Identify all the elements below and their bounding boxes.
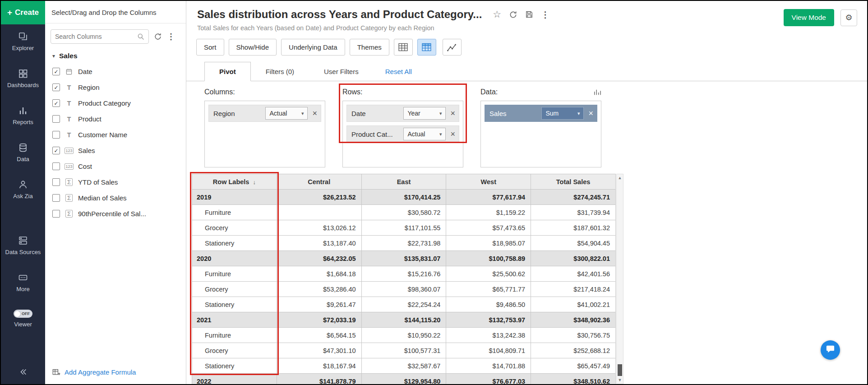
- row-label[interactable]: Furniture: [192, 266, 277, 282]
- cell-value[interactable]: $170,414.25: [361, 190, 446, 205]
- cell-value[interactable]: $104,809.71: [446, 343, 531, 358]
- field-item-cost[interactable]: 123Cost: [45, 158, 186, 174]
- rows-shelf-box[interactable]: DateYear▾×Product Cat...Actual▾×: [342, 101, 463, 167]
- sort-desc-icon[interactable]: ↓: [253, 179, 256, 186]
- field-item-product[interactable]: TProduct: [45, 111, 186, 127]
- checkbox[interactable]: [52, 194, 60, 202]
- chip-function-select[interactable]: Actual▾: [403, 128, 446, 140]
- row-label[interactable]: 2021: [192, 312, 277, 328]
- cell-value[interactable]: $117,101.55: [361, 220, 446, 236]
- cell-value[interactable]: $252,688.12: [531, 343, 616, 358]
- tab-pivot[interactable]: Pivot: [204, 62, 251, 81]
- row-label[interactable]: Stationery: [192, 358, 277, 374]
- cell-value[interactable]: $9,261.47: [277, 297, 361, 312]
- table-section-sales[interactable]: ▾ Sales: [45, 46, 186, 64]
- sidebar-collapse-button[interactable]: [1, 367, 45, 384]
- show-hide-button[interactable]: Show/Hide: [229, 39, 277, 56]
- chip-product-cat[interactable]: Product Cat...Actual▾×: [346, 125, 459, 143]
- cell-value[interactable]: $1,159.22: [446, 205, 531, 220]
- column-header-east[interactable]: East: [361, 174, 446, 190]
- cell-value[interactable]: $22,254.24: [361, 297, 446, 312]
- cell-value[interactable]: $57,473.65: [446, 220, 531, 236]
- cell-value[interactable]: $18,985.07: [446, 236, 531, 251]
- cell-value[interactable]: $42,401.56: [531, 266, 616, 282]
- cell-value[interactable]: $13,026.12: [277, 220, 361, 236]
- row-label[interactable]: 2022: [192, 374, 277, 385]
- cell-value[interactable]: $300,822.01: [531, 251, 616, 266]
- column-header-west[interactable]: West: [446, 174, 531, 190]
- row-label[interactable]: Stationery: [192, 236, 277, 251]
- sidebar-item-dashboards[interactable]: Dashboards: [1, 69, 45, 88]
- favorite-star-icon[interactable]: ☆: [493, 9, 501, 20]
- field-item-product-category[interactable]: ✓TProduct Category: [45, 95, 186, 111]
- tab-user-filters[interactable]: User Filters: [309, 62, 374, 81]
- cell-value[interactable]: $9,486.50: [446, 297, 531, 312]
- row-label[interactable]: Furniture: [192, 205, 277, 220]
- reset-all-link[interactable]: Reset All: [385, 62, 412, 81]
- checkbox[interactable]: ✓: [52, 83, 60, 91]
- cell-value[interactable]: $26,213.52: [277, 190, 361, 205]
- cell-value[interactable]: $217,418.24: [531, 282, 616, 297]
- field-item-region[interactable]: ✓TRegion: [45, 79, 186, 95]
- underlying-data-button[interactable]: Underlying Data: [281, 39, 345, 56]
- field-item-customer-name[interactable]: TCustomer Name: [45, 127, 186, 143]
- refresh-columns-icon[interactable]: [154, 32, 162, 41]
- cell-value[interactable]: $141,878.79: [277, 374, 361, 385]
- cell-value[interactable]: $41,002.21: [531, 297, 616, 312]
- cell-value[interactable]: $25,500.62: [446, 266, 531, 282]
- table-view-button[interactable]: [394, 39, 413, 56]
- checkbox[interactable]: [52, 131, 60, 139]
- cell-value[interactable]: $22,731.98: [361, 236, 446, 251]
- cell-value[interactable]: $348,510.62: [531, 374, 616, 385]
- chip-region[interactable]: RegionActual▾×: [208, 105, 321, 122]
- cell-value[interactable]: $18,167.94: [277, 358, 361, 374]
- remove-icon[interactable]: ×: [588, 109, 593, 117]
- checkbox[interactable]: ✓: [52, 68, 60, 75]
- cell-value[interactable]: $13,187.40: [277, 236, 361, 251]
- cell-value[interactable]: $129,954.80: [361, 374, 446, 385]
- scrollbar-thumb[interactable]: [618, 364, 622, 376]
- checkbox[interactable]: [52, 210, 60, 218]
- sidebar-item-viewer[interactable]: OFFViewer: [1, 310, 45, 328]
- sidebar-item-data[interactable]: Data: [1, 143, 45, 162]
- scroll-down-icon[interactable]: ▼: [618, 376, 622, 384]
- settings-button[interactable]: ⚙: [840, 9, 857, 26]
- cell-value[interactable]: $77,617.94: [446, 190, 531, 205]
- columns-shelf-box[interactable]: RegionActual▾×: [204, 101, 325, 167]
- cell-value[interactable]: $132,753.97: [446, 312, 531, 328]
- sidebar-item-data-sources[interactable]: Data Sources: [1, 236, 45, 255]
- checkbox[interactable]: [52, 115, 60, 123]
- row-label[interactable]: 2020: [192, 251, 277, 266]
- column-header-row-labels[interactable]: Row Labels↓: [192, 174, 277, 190]
- checkbox[interactable]: ✓: [52, 147, 60, 154]
- chip-sales[interactable]: SalesSum▾×: [485, 105, 597, 122]
- sidebar-item-more[interactable]: More: [1, 273, 45, 292]
- sidebar-item-reports[interactable]: Reports: [1, 106, 45, 125]
- search-columns-input[interactable]: [55, 33, 137, 40]
- cell-value[interactable]: $100,758.89: [446, 251, 531, 266]
- checkbox[interactable]: [52, 162, 60, 170]
- cell-value[interactable]: $14,701.88: [446, 358, 531, 374]
- create-button[interactable]: + Create: [1, 1, 45, 24]
- row-label[interactable]: 2019: [192, 190, 277, 205]
- cell-value[interactable]: $274,245.71: [531, 190, 616, 205]
- field-item-median-of-sales[interactable]: ΣMedian of Sales: [45, 190, 186, 206]
- cell-value[interactable]: [277, 205, 361, 220]
- chip-function-select[interactable]: Actual▾: [265, 107, 308, 120]
- remove-icon[interactable]: ×: [450, 109, 455, 117]
- cell-value[interactable]: $135,831.07: [361, 251, 446, 266]
- themes-button[interactable]: Themes: [350, 39, 389, 56]
- cell-value[interactable]: $47,301.10: [277, 343, 361, 358]
- field-item-ytd-of-sales[interactable]: ΣYTD of Sales: [45, 174, 186, 190]
- refresh-icon[interactable]: [509, 10, 517, 19]
- checkbox[interactable]: ✓: [52, 99, 60, 107]
- cell-value[interactable]: $32,587.67: [361, 358, 446, 374]
- tab-filters-0[interactable]: Filters (0): [251, 62, 309, 81]
- cell-value[interactable]: $187,601.32: [531, 220, 616, 236]
- remove-icon[interactable]: ×: [312, 109, 317, 117]
- column-header-total-sales[interactable]: Total Sales: [531, 174, 616, 190]
- view-mode-button[interactable]: View Mode: [784, 9, 834, 26]
- more-options-icon[interactable]: ⋮: [541, 9, 549, 20]
- cell-value[interactable]: $13,242.38: [446, 328, 531, 343]
- cell-value[interactable]: $348,902.36: [531, 312, 616, 328]
